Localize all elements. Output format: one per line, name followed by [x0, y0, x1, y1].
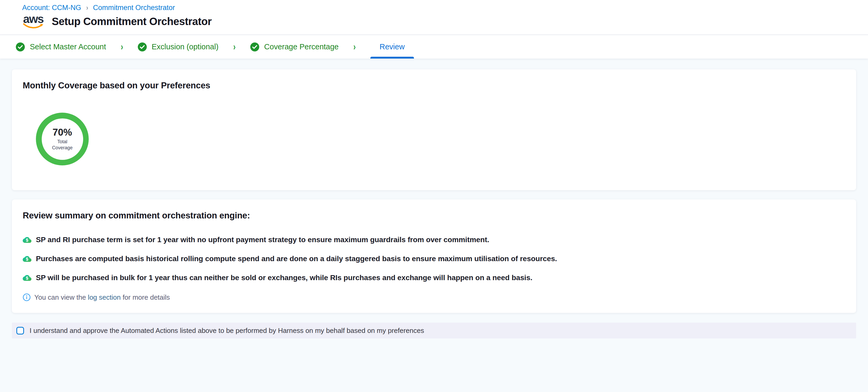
step-label: Select Master Account — [30, 42, 106, 51]
svg-text:$: $ — [26, 257, 28, 261]
aws-smile-icon — [23, 23, 43, 29]
step-label: Coverage Percentage — [264, 42, 339, 51]
page-title: Setup Commitment Orchestrator — [52, 15, 212, 27]
monthly-coverage-card: Monthly Coverage based on your Preferenc… — [12, 69, 856, 190]
aws-logo: aws — [22, 14, 44, 29]
summary-item: $ SP and RI purchase term is set for 1 y… — [23, 235, 845, 244]
stepper-step-select-master-account[interactable]: Select Master Account — [16, 35, 106, 59]
check-circle-icon — [250, 42, 259, 52]
summary-card-title: Review summary on commitment orchestrati… — [23, 210, 845, 221]
consent-checkbox[interactable] — [17, 327, 24, 334]
review-summary-card: Review summary on commitment orchestrati… — [12, 199, 856, 313]
chevron-right-icon: › — [121, 41, 123, 53]
summary-item: $ Purchases are computed basis historica… — [23, 254, 845, 263]
page-header: Account: CCM-NG › Commitment Orchestrato… — [0, 0, 868, 35]
breadcrumb-account-link[interactable]: Account: CCM-NG — [22, 4, 81, 12]
aws-logo-text: aws — [23, 14, 43, 24]
log-section-link[interactable]: log section — [88, 293, 121, 301]
breadcrumb-separator-icon: › — [86, 4, 88, 12]
check-circle-icon — [138, 42, 147, 52]
coverage-percent-value: 70% — [53, 127, 72, 137]
stepper-step-exclusion[interactable]: Exclusion (optional) — [138, 35, 219, 59]
consent-label: I understand and approve the Automated A… — [30, 327, 424, 335]
coverage-card-title: Monthly Coverage based on your Preferenc… — [23, 80, 845, 91]
coverage-percent-label: Total Coverage — [49, 139, 75, 151]
summary-item-text: Purchases are computed basis historical … — [36, 255, 557, 263]
setup-stepper: Select Master Account › Exclusion (optio… — [0, 35, 868, 59]
cloud-dollar-icon: $ — [23, 273, 31, 282]
cloud-dollar-icon: $ — [23, 255, 31, 263]
chevron-right-icon: › — [233, 41, 236, 53]
note-suffix: for more details — [121, 293, 170, 301]
step-label: Exclusion (optional) — [152, 42, 219, 51]
step-label: Review — [380, 42, 405, 51]
summary-item-text: SP will be purchased in bulk for 1 year … — [36, 273, 532, 282]
consent-bar: I understand and approve the Automated A… — [12, 323, 856, 338]
breadcrumb-page-link[interactable]: Commitment Orchestrator — [93, 4, 175, 12]
main-content: Monthly Coverage based on your Preferenc… — [0, 59, 868, 338]
breadcrumb: Account: CCM-NG › Commitment Orchestrato… — [22, 4, 868, 12]
cloud-dollar-icon: $ — [23, 235, 31, 244]
chevron-right-icon: › — [353, 41, 355, 53]
svg-text:$: $ — [26, 238, 28, 242]
summary-item-text: SP and RI purchase term is set for 1 yea… — [36, 235, 489, 244]
stepper-step-review[interactable]: Review — [370, 35, 414, 59]
info-icon — [23, 293, 31, 301]
stepper-step-coverage-percentage[interactable]: Coverage Percentage — [250, 35, 339, 59]
summary-bullet-list: $ SP and RI purchase term is set for 1 y… — [23, 235, 845, 282]
coverage-donut-chart: 70% Total Coverage — [36, 112, 89, 165]
check-circle-icon — [16, 42, 25, 52]
svg-text:$: $ — [26, 276, 28, 281]
summary-item: $ SP will be purchased in bulk for 1 yea… — [23, 273, 845, 282]
note-prefix: You can view the — [34, 293, 88, 301]
log-note: You can view the log section for more de… — [23, 293, 845, 301]
